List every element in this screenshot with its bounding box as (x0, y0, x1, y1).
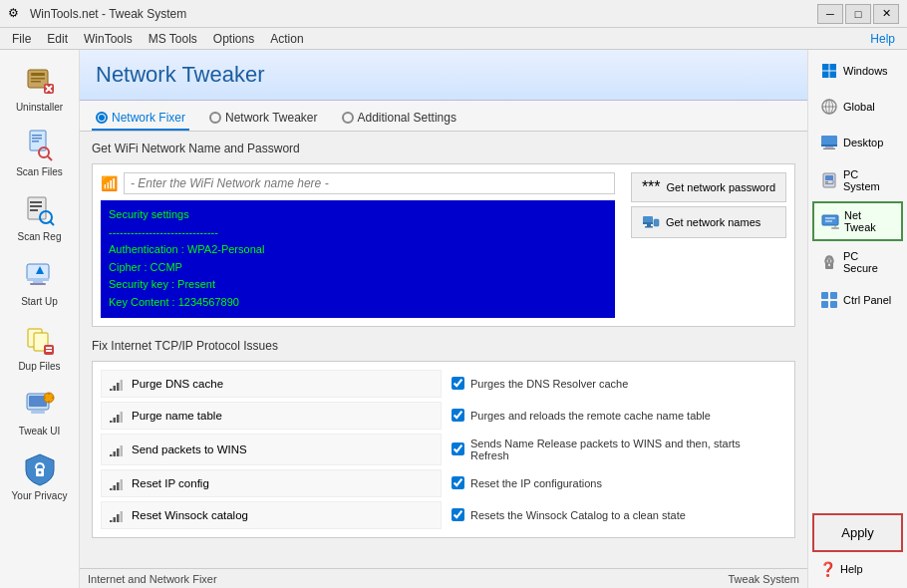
svg-rect-41 (647, 224, 651, 226)
global-icon (819, 97, 839, 117)
sidebar-item-start-up[interactable]: Start Up (0, 248, 79, 313)
menu-wintools[interactable]: WinTools (76, 30, 141, 48)
tab-additional-settings-radio (342, 112, 354, 124)
tab-network-tweaker[interactable]: Network Tweaker (205, 107, 321, 131)
menu-action[interactable]: Action (262, 30, 311, 48)
svg-rect-16 (30, 209, 38, 211)
sidebar-item-scan-files[interactable]: Scan Files (0, 119, 79, 183)
sidebar-item-uninstaller[interactable]: Uninstaller (0, 54, 79, 119)
tweak-ui-icon (20, 384, 60, 424)
menu-mstools[interactable]: MS Tools (141, 30, 205, 48)
right-btn-global[interactable]: Global (812, 90, 903, 124)
wifi-network-input[interactable] (124, 172, 615, 194)
svg-line-18 (50, 221, 54, 225)
right-btn-pc-secure[interactable]: PC Secure (812, 243, 903, 281)
sidebar-item-scan-reg-label: Scan Reg (18, 231, 62, 242)
svg-rect-52 (110, 454, 113, 456)
page-title: Network Tweaker (96, 62, 265, 87)
get-names-button[interactable]: Get network names (631, 206, 786, 238)
right-btn-windows[interactable]: Windows (812, 54, 903, 88)
fix-item-3-left: Reset IP config (101, 469, 442, 497)
sidebar-item-scan-reg[interactable]: Scan Reg (0, 183, 79, 248)
app-icon: ⚙ (8, 6, 24, 22)
apply-button[interactable]: Apply (812, 513, 903, 552)
get-password-button[interactable]: *** Get network password (631, 172, 786, 202)
maximize-button[interactable]: □ (845, 4, 871, 24)
fix-item-4-left: Reset Winsock catalog (101, 501, 442, 529)
svg-rect-61 (114, 517, 117, 522)
right-btn-ctrl-panel-label: Ctrl Panel (843, 294, 891, 306)
fix-item-4-desc: Resets the Winsock Catalog to a clean st… (470, 509, 686, 521)
svg-rect-56 (110, 488, 113, 490)
right-btn-desktop-label: Desktop (843, 137, 883, 148)
fix-item-1-checkbox[interactable] (452, 409, 464, 422)
svg-rect-77 (825, 175, 833, 180)
pc-system-icon (819, 170, 839, 190)
svg-rect-1 (31, 73, 45, 76)
right-btn-net-tweak[interactable]: Net Tweak (812, 201, 903, 241)
fix-item-1-label: Purge name table (132, 410, 222, 422)
svg-rect-79 (825, 183, 833, 184)
right-btn-ctrl-panel[interactable]: Ctrl Panel (812, 283, 903, 317)
menu-edit[interactable]: Edit (39, 30, 76, 48)
fix-item-3-label: Reset IP config (132, 477, 209, 489)
tab-network-fixer[interactable]: Network Fixer (92, 107, 189, 131)
help-circle-icon: ❓ (819, 561, 836, 577)
fix-section-title: Fix Internet TCP/IP Protocol Issues (92, 339, 795, 353)
wifi-section-title: Get WiFi Network Name and Password (92, 142, 795, 155)
right-btn-net-tweak-label: Net Tweak (844, 209, 895, 233)
svg-rect-74 (825, 147, 833, 148)
svg-rect-57 (114, 485, 117, 490)
svg-rect-10 (32, 141, 39, 143)
ctrl-panel-icon (819, 290, 839, 310)
minimize-button[interactable]: ─ (817, 4, 843, 24)
svg-rect-20 (27, 278, 49, 281)
fix-item-2-desc: Sends Name Release packets to WINS and t… (470, 438, 780, 461)
svg-rect-58 (117, 482, 120, 490)
content-header: Network Tweaker (80, 50, 807, 101)
fix-item-2-checkbox[interactable] (452, 442, 464, 455)
svg-rect-63 (121, 511, 124, 522)
menu-options[interactable]: Options (205, 30, 262, 48)
wifi-output-line-2: Authentication : WPA2-Personal (109, 241, 607, 259)
svg-rect-48 (110, 421, 113, 423)
password-icon: *** (642, 178, 661, 196)
fix-item-4-checkbox[interactable] (452, 508, 464, 521)
tab-network-tweaker-label: Network Tweaker (225, 111, 317, 125)
net-tweak-icon (820, 211, 840, 231)
svg-rect-47 (121, 380, 124, 391)
wifi-buttons: *** Get network password (623, 172, 786, 318)
right-btn-global-label: Global (843, 101, 875, 113)
svg-rect-81 (822, 215, 838, 225)
help-button[interactable]: ❓ Help (812, 554, 903, 584)
tab-additional-settings[interactable]: Additional Settings (338, 107, 460, 131)
sidebar-item-tweak-ui-label: Tweak UI (19, 426, 61, 437)
fix-item-0-left: Purge DNS cache (101, 370, 442, 398)
right-btn-pc-system[interactable]: PC System (812, 161, 903, 199)
close-button[interactable]: ✕ (873, 4, 899, 24)
fix-item-2-right: Sends Name Release packets to WINS and t… (446, 434, 786, 465)
wifi-input-row: 📶 (101, 172, 615, 194)
fix-item-0-checkbox[interactable] (452, 377, 464, 390)
svg-rect-85 (831, 227, 839, 229)
menu-help[interactable]: Help (862, 30, 903, 48)
svg-point-80 (832, 180, 835, 183)
fix-item-0-label: Purge DNS cache (132, 378, 223, 390)
svg-rect-92 (830, 292, 837, 299)
signal-icon-0 (108, 375, 126, 393)
right-btn-desktop[interactable]: Desktop (812, 126, 903, 159)
status-left: Internet and Network Fixer (88, 573, 217, 585)
fix-item-3-checkbox[interactable] (452, 476, 464, 489)
wifi-display: 📶 Security settings --------------------… (101, 172, 786, 318)
fix-item-1-desc: Purges and reloads the remote cache name… (470, 410, 711, 422)
window-title: WinTools.net - Tweak System (30, 7, 817, 21)
signal-icon-4 (108, 506, 126, 524)
sidebar-item-dup-files[interactable]: Dup Files (0, 313, 79, 378)
menu-file[interactable]: File (4, 30, 39, 48)
dup-files-icon (20, 319, 60, 359)
sidebar-item-tweak-ui[interactable]: Tweak UI (0, 378, 79, 442)
sidebar-item-your-privacy[interactable]: Your Privacy (0, 442, 79, 507)
svg-rect-2 (31, 78, 45, 80)
svg-point-38 (38, 471, 41, 474)
sidebar-item-your-privacy-label: Your Privacy (12, 490, 68, 501)
